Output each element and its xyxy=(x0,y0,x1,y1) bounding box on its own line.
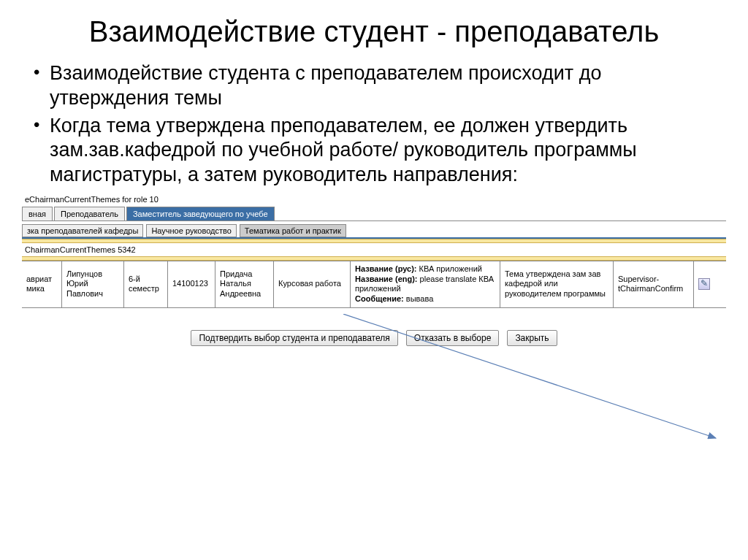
table-row: авриат мика Липунцов Юрий Павлович 6-й с… xyxy=(22,261,726,308)
bullet-item: Когда тема утверждена преподавателем, ее… xyxy=(29,114,726,188)
reject-button[interactable]: Отказать в выборе xyxy=(406,330,499,346)
cell-program: авриат мика xyxy=(22,261,62,307)
cell-student-name: Придача Наталья Андреевна xyxy=(215,261,274,307)
edit-icon[interactable] xyxy=(698,278,710,290)
cell-status: Тема утверждена зам зав кафедрой или рук… xyxy=(500,261,614,307)
breadcrumb: eChairmanCurrentThemes for role 10 xyxy=(22,193,726,205)
section-label: ChairmanCurrentThemes 5342 xyxy=(22,243,726,256)
cell-edit xyxy=(694,261,723,307)
page-title: Взаимодействие студент - преподаватель xyxy=(22,15,726,48)
subtab-supervision[interactable]: Научное руководство xyxy=(146,224,236,237)
tabs-row: вная Преподаватель Заместитель заведующе… xyxy=(22,207,726,221)
subtabs-row: зка преподавателей кафедры Научное руков… xyxy=(22,221,726,239)
button-row: Подтвердить выбор студента и преподавате… xyxy=(22,330,726,346)
tab-deputy-head[interactable]: Заместитель заведующего по учебе xyxy=(126,207,275,220)
tab-main[interactable]: вная xyxy=(22,207,53,220)
close-button[interactable]: Закрыть xyxy=(507,330,557,346)
subtab-themes[interactable]: Тематика работ и практик xyxy=(240,224,346,237)
confirm-button[interactable]: Подтвердить выбор студента и преподавате… xyxy=(191,330,397,346)
cell-student-id: 14100123 xyxy=(168,261,215,307)
bullet-list: Взаимодействие студента с преподавателем… xyxy=(22,61,726,188)
bullet-item: Взаимодействие студента с преподавателем… xyxy=(29,61,726,111)
tab-teacher[interactable]: Преподаватель xyxy=(54,207,125,220)
cell-topic: Название (рус): КВА приложений Название … xyxy=(351,261,500,307)
cell-semester: 6-й семестр xyxy=(124,261,168,307)
subtab-load[interactable]: зка преподавателей кафедры xyxy=(22,224,143,237)
cell-action-code: Supervisor-tChairmanConfirm xyxy=(614,261,694,307)
cell-work-type: Курсовая работа xyxy=(274,261,351,307)
screenshot-app: eChairmanCurrentThemes for role 10 вная … xyxy=(22,193,726,346)
cell-teacher: Липунцов Юрий Павлович xyxy=(62,261,124,307)
